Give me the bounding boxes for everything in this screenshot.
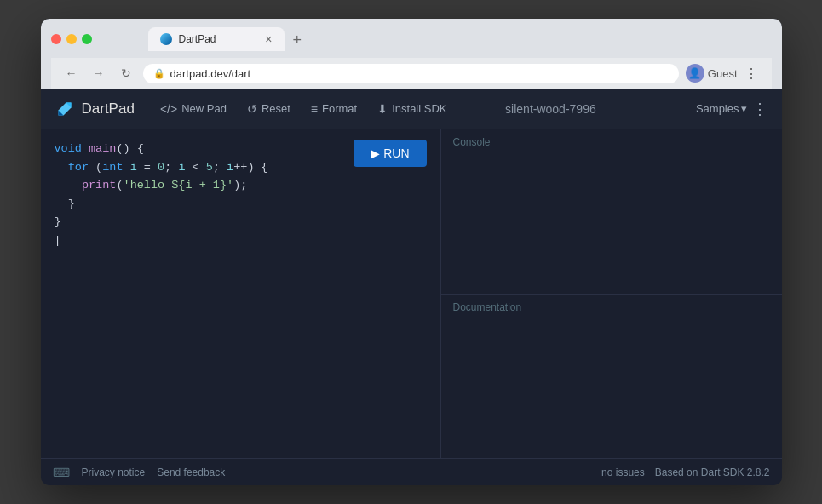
window-close-button[interactable] xyxy=(51,34,61,44)
dart-logo-icon xyxy=(55,99,75,119)
samples-chevron-icon: ▾ xyxy=(741,102,747,115)
new-pad-button[interactable]: </> New Pad xyxy=(152,99,235,119)
new-tab-button[interactable]: + xyxy=(288,30,308,51)
app-more-button[interactable]: ⋮ xyxy=(752,100,767,118)
tab-title: DartPad xyxy=(179,33,216,45)
footer-right: no issues Based on Dart SDK 2.8.2 xyxy=(601,467,769,478)
tab-close-button[interactable]: × xyxy=(265,32,272,46)
app-header: DartPad </> New Pad ↺ Reset ≡ Format ⬇ I… xyxy=(41,89,782,129)
console-label: Console xyxy=(441,129,782,155)
chrome-titlebar: DartPad × + ← → ↻ 🔒 dartpad.dev/dart 👤 G… xyxy=(41,19,782,89)
window-controls: DartPad × + xyxy=(51,27,772,51)
nav-back-button[interactable]: ← xyxy=(61,63,82,83)
tabs-row: DartPad × + xyxy=(148,27,308,51)
address-text: dartpad.dev/dart xyxy=(170,67,251,80)
code-line-5: } xyxy=(55,213,427,232)
format-button[interactable]: ≡ Format xyxy=(302,99,365,119)
code-line-3: print('hello ${i + 1}'); xyxy=(55,176,427,195)
new-pad-icon: </> xyxy=(160,102,177,116)
address-bar: ← → ↻ 🔒 dartpad.dev/dart 👤 Guest ⋮ xyxy=(51,58,772,89)
install-sdk-label: Install SDK xyxy=(392,102,446,115)
browser-window: DartPad × + ← → ↻ 🔒 dartpad.dev/dart 👤 G… xyxy=(41,19,782,485)
user-label: Guest xyxy=(708,67,738,80)
documentation-label: Documentation xyxy=(441,295,782,320)
reset-icon: ↺ xyxy=(247,102,257,116)
footer-left: ⌨ Privacy notice Send feedback xyxy=(53,466,226,479)
pad-name: silent-wood-7996 xyxy=(505,102,596,116)
app-footer: ⌨ Privacy notice Send feedback no issues… xyxy=(41,458,782,485)
nav-refresh-button[interactable]: ↻ xyxy=(116,63,136,83)
code-line-cursor: | xyxy=(55,232,427,250)
run-button-container: ▶ RUN xyxy=(354,140,426,167)
address-field[interactable]: 🔒 dartpad.dev/dart xyxy=(143,64,679,83)
app-logo: DartPad xyxy=(55,99,135,119)
right-panel: Console Documentation xyxy=(441,129,782,458)
format-label: Format xyxy=(322,102,357,115)
format-icon: ≡ xyxy=(311,102,318,116)
new-pad-label: New Pad xyxy=(181,102,227,115)
console-panel: Console xyxy=(441,129,782,295)
documentation-panel: Documentation xyxy=(441,295,782,459)
lock-icon: 🔒 xyxy=(153,68,165,79)
header-actions: </> New Pad ↺ Reset ≡ Format ⬇ Install S… xyxy=(152,99,456,119)
install-sdk-icon: ⬇ xyxy=(377,102,388,116)
editor-panel: ▶ RUN void main() { for (int i = 0; i < … xyxy=(41,129,441,458)
browser-tab[interactable]: DartPad × xyxy=(148,27,285,51)
window-minimize-button[interactable] xyxy=(66,34,77,44)
code-line-4: } xyxy=(55,195,427,214)
send-feedback-link[interactable]: Send feedback xyxy=(157,467,225,478)
privacy-notice-link[interactable]: Privacy notice xyxy=(82,467,146,478)
samples-label: Samples xyxy=(696,102,739,115)
run-button[interactable]: ▶ RUN xyxy=(354,140,426,167)
app-title: DartPad xyxy=(82,100,135,117)
app-body: ▶ RUN void main() { for (int i = 0; i < … xyxy=(41,129,782,458)
keyboard-icon: ⌨ xyxy=(53,466,70,479)
header-right: Samples ▾ ⋮ xyxy=(696,100,768,118)
reset-label: Reset xyxy=(262,102,290,115)
samples-button[interactable]: Samples ▾ xyxy=(696,102,748,115)
reset-button[interactable]: ↺ Reset xyxy=(239,99,299,119)
browser-more-button[interactable]: ⋮ xyxy=(744,66,758,82)
install-sdk-button[interactable]: ⬇ Install SDK xyxy=(369,99,455,119)
user-avatar-icon: 👤 xyxy=(686,64,704,83)
chrome-user[interactable]: 👤 Guest xyxy=(686,64,738,83)
sdk-info: Based on Dart SDK 2.8.2 xyxy=(655,467,770,478)
nav-forward-button[interactable]: → xyxy=(89,63,109,83)
issues-status: no issues xyxy=(601,467,645,478)
tab-favicon xyxy=(160,33,172,45)
editor-content[interactable]: ▶ RUN void main() { for (int i = 0; i < … xyxy=(41,129,440,458)
window-maximize-button[interactable] xyxy=(82,34,92,44)
pad-name-text: silent-wood-7996 xyxy=(505,102,596,116)
